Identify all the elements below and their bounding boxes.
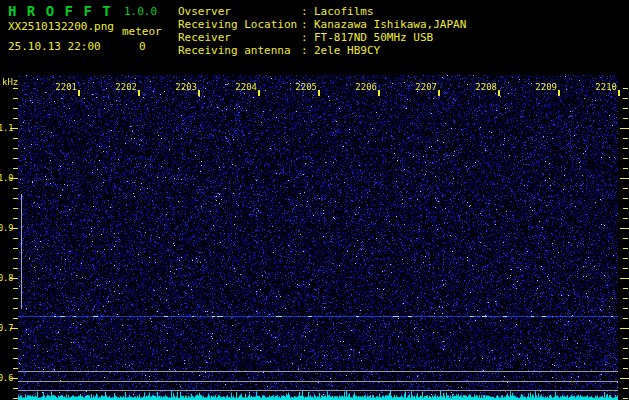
freq-minor-tick-right <box>623 338 628 339</box>
freq-minor-tick-right <box>623 348 628 349</box>
time-tick-label: 2209 <box>534 82 557 92</box>
minute-tick-mark <box>78 90 80 96</box>
time-tick-label: 2202 <box>114 82 137 92</box>
time-tick-label: 2205 <box>294 82 317 92</box>
freq-minor-tick-right <box>623 128 628 129</box>
freq-minor-tick-left <box>13 218 18 219</box>
minute-tick-mark <box>618 90 620 96</box>
minute-tick-mark <box>498 90 500 96</box>
observer-row: Receiving Location : Kanazawa Ishikawa,J… <box>0 18 27 31</box>
freq-minor-tick-right <box>623 398 628 399</box>
freq-minor-tick-right <box>623 108 628 109</box>
time-tick-label: 2203 <box>174 82 197 92</box>
observer-row-label: Receiving Location <box>178 18 297 31</box>
freq-minor-tick-right <box>623 288 628 289</box>
minute-tick-mark <box>438 90 440 96</box>
time-tick-label: 2201 <box>54 82 77 92</box>
freq-minor-tick-left <box>13 188 18 189</box>
freq-minor-tick-right <box>623 308 628 309</box>
time-tick-label: 2208 <box>474 82 497 92</box>
minute-tick-mark <box>198 90 200 96</box>
time-tick-label: 2210 <box>594 82 617 92</box>
observation-mode-label: meteor <box>122 25 162 38</box>
freq-minor-tick-left <box>13 338 18 339</box>
observer-row-colon: : <box>301 5 308 18</box>
freq-minor-tick-right <box>623 388 628 389</box>
freq-minor-tick-right <box>623 298 628 299</box>
freq-minor-tick-right <box>623 228 628 229</box>
app-version-label: 1.0.0 <box>124 5 157 18</box>
freq-minor-tick-right <box>623 278 628 279</box>
freq-minor-tick-left <box>13 388 18 389</box>
freq-minor-tick-right <box>623 148 628 149</box>
freq-minor-tick-right <box>623 98 628 99</box>
freq-minor-tick-right <box>623 138 628 139</box>
minute-tick-mark <box>558 90 560 96</box>
minute-tick-mark <box>138 90 140 96</box>
observer-row: Ovserver : Lacofilms <box>0 5 27 18</box>
freq-minor-tick-right <box>623 328 628 329</box>
freq-minor-tick-left <box>13 108 18 109</box>
observer-row-colon: : <box>301 44 308 57</box>
freq-minor-tick-left <box>13 208 18 209</box>
observer-row-value: FT-817ND 50MHz USB <box>314 31 433 44</box>
freq-minor-tick-left <box>13 238 18 239</box>
observer-row-colon: : <box>301 31 308 44</box>
freq-minor-tick-left <box>13 358 18 359</box>
freq-minor-tick-right <box>623 248 628 249</box>
freq-minor-tick-right <box>623 178 628 179</box>
freq-minor-tick-right <box>623 168 628 169</box>
meteor-count-value: 0 <box>139 40 146 53</box>
freq-minor-tick-left <box>13 148 18 149</box>
minute-tick-mark <box>318 90 320 96</box>
observer-row-value: 2ele HB9CY <box>314 44 380 57</box>
freq-minor-tick-left <box>13 348 18 349</box>
freq-minor-tick-left <box>13 228 18 229</box>
freq-minor-tick-left <box>13 378 18 379</box>
freq-minor-tick-left <box>13 398 18 399</box>
time-tick-label: 2207 <box>414 82 437 92</box>
freq-minor-tick-left <box>13 88 18 89</box>
observer-row-value: Lacofilms <box>314 5 374 18</box>
freq-minor-tick-left <box>13 198 18 199</box>
freq-minor-tick-right <box>623 158 628 159</box>
spectrogram-canvas <box>18 75 618 400</box>
freq-minor-tick-right <box>623 88 628 89</box>
freq-minor-tick-left <box>13 268 18 269</box>
y-axis-unit-label: kHz <box>2 77 18 87</box>
freq-minor-tick-right <box>623 118 628 119</box>
freq-minor-tick-left <box>13 118 18 119</box>
time-tick-label: 2204 <box>234 82 257 92</box>
time-tick-label: 2206 <box>354 82 377 92</box>
freq-minor-tick-right <box>623 238 628 239</box>
observer-row-label: Receiving antenna <box>178 44 291 57</box>
freq-minor-tick-right <box>623 318 628 319</box>
observer-row: Receiving antenna : 2ele HB9CY <box>0 44 27 57</box>
freq-minor-tick-left <box>13 138 18 139</box>
freq-minor-tick-left <box>13 328 18 329</box>
minute-tick-mark <box>378 90 380 96</box>
observer-row-label: Ovserver <box>178 5 231 18</box>
freq-minor-tick-right <box>623 208 628 209</box>
observer-row: Receiver : FT-817ND 50MHz USB <box>0 31 27 44</box>
freq-minor-tick-right <box>623 218 628 219</box>
freq-minor-tick-left <box>13 98 18 99</box>
freq-minor-tick-left <box>13 178 18 179</box>
observer-row-colon: : <box>301 18 308 31</box>
freq-minor-tick-right <box>623 188 628 189</box>
freq-minor-tick-left <box>13 298 18 299</box>
observer-row-label: Receiver <box>178 31 231 44</box>
freq-minor-tick-right <box>623 358 628 359</box>
freq-minor-tick-left <box>13 288 18 289</box>
freq-minor-tick-left <box>13 318 18 319</box>
freq-minor-tick-right <box>623 198 628 199</box>
freq-minor-tick-left <box>13 258 18 259</box>
freq-minor-tick-left <box>13 168 18 169</box>
freq-minor-tick-left <box>13 308 18 309</box>
minute-tick-mark <box>258 90 260 96</box>
observer-row-value: Kanazawa Ishikawa,JAPAN <box>314 18 466 31</box>
freq-minor-tick-left <box>13 128 18 129</box>
freq-minor-tick-right <box>623 378 628 379</box>
freq-minor-tick-left <box>13 278 18 279</box>
freq-minor-tick-left <box>13 248 18 249</box>
